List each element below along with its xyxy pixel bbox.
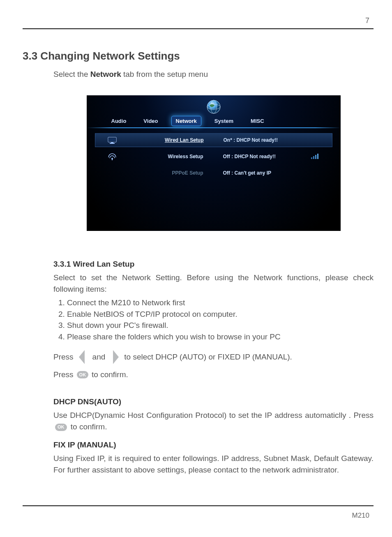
device-screenshot: Audio Video Network System MISC Wired La… xyxy=(87,95,341,231)
text: Press xyxy=(53,353,74,362)
svg-rect-11 xyxy=(315,155,316,159)
dhcp-body: Use DHCP(Dynamic Host Configuration Prot… xyxy=(53,410,374,432)
tab-network[interactable]: Network xyxy=(171,116,201,126)
intro-bold: Network xyxy=(90,70,121,78)
wireless-icon xyxy=(103,152,121,161)
text: to confirm. xyxy=(92,370,128,379)
intro-text: Select the Network tab from the setup me… xyxy=(53,70,374,79)
press-ok-line: Press OK to confirm. xyxy=(53,370,374,379)
svg-rect-5 xyxy=(111,142,113,143)
row-wired-label: Wired Lan Setup xyxy=(122,137,216,143)
tab-divider xyxy=(87,127,341,128)
svg-rect-9 xyxy=(311,157,312,159)
tab-audio[interactable]: Audio xyxy=(107,116,131,126)
wired-intro: Select to set the Network Setting. Befor… xyxy=(53,272,374,295)
row-wireless[interactable]: Wireless Setup Off : DHCP Not ready!! xyxy=(95,150,332,164)
fixip-body: Using Fixed IP, it is required to enter … xyxy=(53,453,374,475)
tab-system[interactable]: System xyxy=(210,116,238,126)
text: Press xyxy=(53,370,74,379)
fixip-title: FIX IP (MANUAL) xyxy=(53,440,374,449)
row-wireless-status: Off : DHCP Not ready!! xyxy=(216,154,324,159)
section-title: 3.3 Changing Network Settings xyxy=(23,50,374,62)
tab-bar: Audio Video Network System MISC xyxy=(107,116,268,126)
top-rule xyxy=(23,28,374,29)
page-number: 7 xyxy=(23,16,374,25)
globe-icon xyxy=(205,98,223,118)
row-wired[interactable]: Wired Lan Setup On* : DHCP Not ready!! xyxy=(95,133,332,147)
list-item: 3. Shut down your PC's firewall. xyxy=(58,320,374,331)
svg-rect-10 xyxy=(313,156,314,159)
row-pppoe-status: Off : Can't get any IP xyxy=(216,170,324,176)
intro-suffix: tab from the setup menu xyxy=(121,70,208,78)
footer-model: M210 xyxy=(352,512,369,520)
tab-misc[interactable]: MISC xyxy=(247,116,268,126)
list-item: 1. Connect the M210 to Network first xyxy=(58,297,374,309)
ok-button-icon: OK xyxy=(77,371,89,378)
svg-rect-12 xyxy=(317,154,318,159)
text: to select DHCP (AUTO) or FIXED IP (MANUA… xyxy=(124,353,292,362)
row-pppoe-label: PPPoE Setup xyxy=(121,170,216,176)
text: to confirm. xyxy=(71,422,107,431)
svg-rect-6 xyxy=(110,143,115,144)
signal-icon xyxy=(311,152,320,161)
tab-video[interactable]: Video xyxy=(139,116,162,126)
row-wireless-label: Wireless Setup xyxy=(121,154,216,159)
right-arrow-icon xyxy=(108,349,121,365)
row-wired-status: On* : DHCP Not ready!! xyxy=(216,137,324,143)
ok-button-icon: OK xyxy=(55,424,67,431)
text: and xyxy=(92,353,106,362)
intro-prefix: Select the xyxy=(53,70,90,78)
left-arrow-icon xyxy=(77,349,89,365)
bottom-rule xyxy=(23,505,374,506)
text: Use DHCP(Dynamic Host Configuration Prot… xyxy=(53,411,374,419)
wired-title: 3.3.1 Wired Lan Setup xyxy=(53,260,374,269)
svg-rect-8 xyxy=(112,159,113,160)
svg-point-0 xyxy=(207,100,220,113)
dhcp-title: DHCP DNS(AUTO) xyxy=(53,397,374,406)
wired-list: 1. Connect the M210 to Network first 2. … xyxy=(58,297,374,342)
list-item: 4. Please share the folders which you wi… xyxy=(58,331,374,343)
row-pppoe[interactable]: PPPoE Setup Off : Can't get any IP xyxy=(95,166,332,180)
svg-rect-4 xyxy=(109,138,115,141)
wired-icon xyxy=(104,136,122,144)
list-item: 2. Enable NetBIOS of TCP/IP protocol on … xyxy=(58,309,374,320)
press-arrows-line: Press and to select DHCP (AUTO) or FIXED… xyxy=(53,349,374,365)
